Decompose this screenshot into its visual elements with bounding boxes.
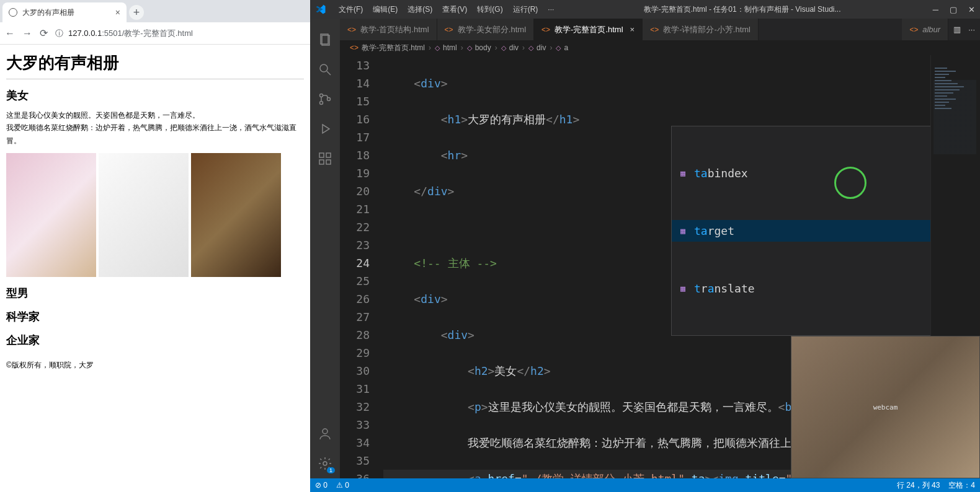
svg-point-13 [323, 462, 327, 465]
code-editor[interactable]: 1314151617181920212223242526272829303132… [340, 55, 980, 478]
editor-tab[interactable]: <>教学-美女部分.html [437, 19, 535, 40]
vscode-window: 文件(F) 编辑(E) 选择(S) 查看(V) 转到(G) 运行(R) ··· … [310, 0, 980, 492]
extensions-icon[interactable] [310, 144, 340, 174]
url-input[interactable]: ⓘ 127.0.0.1:5501/教学-完整首页.html [55, 28, 305, 39]
section-heading: 科学家 [6, 309, 304, 324]
globe-icon [9, 8, 17, 17]
svg-point-6 [327, 98, 331, 101]
image-row [6, 153, 304, 277]
titlebar: 文件(F) 编辑(E) 选择(S) 查看(V) 转到(G) 运行(R) ··· … [310, 0, 980, 19]
explorer-icon[interactable] [310, 25, 340, 55]
webcam-overlay: webcam [791, 336, 980, 478]
image-link[interactable] [99, 153, 189, 277]
svg-rect-11 [326, 153, 331, 157]
svg-rect-8 [319, 153, 324, 157]
image-link[interactable] [6, 153, 96, 277]
intellisense-popup[interactable]: ▦tabindex ▦target ▦translate [671, 126, 930, 336]
status-indent[interactable]: 空格：4 [948, 480, 975, 491]
menu-selection[interactable]: 选择(S) [404, 2, 436, 17]
intellisense-item[interactable]: ▦tabindex [672, 162, 930, 184]
info-icon: ⓘ [55, 28, 63, 39]
activity-bar: 1 [310, 19, 340, 478]
source-control-icon[interactable] [310, 84, 340, 114]
editor-tab[interactable]: <>教学-首页结构.html [340, 19, 437, 40]
svg-point-5 [320, 102, 323, 105]
close-icon[interactable]: × [630, 25, 635, 34]
status-bar: ⊘ 0 ⚠ 0 行 24，列 43 空格：4 [310, 478, 980, 492]
browser-window: 大罗的有声相册 × + ← → ⟳ ⓘ 127.0.0.1:5501/教学-完整… [0, 0, 310, 492]
window-title: 教学-完整首页.html - 任务01：制作有声相册 - Visual Stud… [560, 4, 924, 15]
section-heading: 美女 [6, 88, 304, 103]
svg-point-12 [323, 429, 327, 434]
search-icon[interactable] [310, 55, 340, 84]
breadcrumb[interactable]: <>教学-完整首页.html› ◇html› ◇body› ◇div› ◇div… [340, 40, 980, 55]
section-heading: 企业家 [6, 333, 304, 348]
menu-edit[interactable]: 编辑(E) [369, 2, 401, 17]
address-bar: ← → ⟳ ⓘ 127.0.0.1:5501/教学-完整首页.html [0, 22, 310, 45]
divider [6, 79, 304, 79]
menu-go[interactable]: 转到(G) [473, 2, 506, 17]
tab-title: 大罗的有声相册 [22, 7, 74, 18]
reload-icon[interactable]: ⟳ [40, 27, 48, 39]
page-viewport: 大罗的有声相册 美女 这里是我心仪美女的靓照。天姿国色都是天鹅，一言难尽。 我爱… [0, 45, 310, 492]
intellisense-item[interactable]: ▦translate [672, 278, 930, 299]
settings-icon[interactable]: 1 [310, 449, 340, 478]
editor-area: <>教学-首页结构.html <>教学-美女部分.html <>教学-完整首页.… [340, 19, 980, 478]
menu-run[interactable]: 运行(R) [509, 2, 542, 17]
svg-point-2 [320, 64, 327, 72]
copyright: ©版权所有，顺职院，大罗 [6, 359, 304, 371]
image-link[interactable] [191, 153, 281, 277]
forward-icon[interactable]: → [22, 28, 32, 39]
line-gutter: 1314151617181920212223242526272829303132… [340, 55, 383, 478]
paragraph: 我爱吃顺德名菜红烧醉鹅：边炉开着，热气腾腾，把顺德米酒往上一浇，酒气水气滋滋直冒… [6, 121, 304, 147]
paragraph: 这里是我心仪美女的靓照。天姿国色都是天鹅，一言难尽。 [6, 109, 304, 121]
maximize-icon[interactable]: ▢ [950, 5, 957, 14]
svg-line-3 [327, 71, 331, 75]
editor-tab[interactable]: <>教学-完整首页.html× [534, 19, 643, 40]
menu-more[interactable]: ··· [544, 2, 558, 16]
menu-file[interactable]: 文件(F) [335, 2, 367, 17]
section-heading: 型男 [6, 286, 304, 301]
browser-tab-strip: 大罗的有声相册 × + [0, 0, 310, 22]
close-icon[interactable]: × [115, 7, 120, 17]
status-warnings[interactable]: ⚠ 0 [336, 481, 349, 490]
status-cursor-pos[interactable]: 行 24，列 43 [897, 480, 940, 491]
menu-view[interactable]: 查看(V) [439, 2, 471, 17]
svg-marker-7 [323, 125, 329, 133]
page-title: 大罗的有声相册 [6, 52, 304, 74]
close-icon[interactable]: ✕ [968, 5, 975, 14]
browser-tab[interactable]: 大罗的有声相册 × [2, 2, 127, 22]
split-editor-icon[interactable]: ▥ [953, 25, 961, 34]
minimize-icon[interactable]: ─ [933, 5, 938, 14]
back-icon[interactable]: ← [5, 28, 15, 39]
editor-tabs: <>教学-首页结构.html <>教学-美女部分.html <>教学-完整首页.… [340, 19, 980, 40]
svg-point-4 [320, 94, 323, 97]
vscode-logo-icon [315, 4, 326, 15]
new-tab-button[interactable]: + [129, 5, 144, 20]
account-icon[interactable] [310, 419, 340, 449]
editor-tab[interactable]: <>教学-详情部分-小芳.html [643, 19, 759, 40]
status-errors[interactable]: ⊘ 0 [315, 481, 327, 490]
intellisense-item[interactable]: ▦target [672, 220, 930, 242]
svg-rect-10 [326, 160, 331, 164]
debug-icon[interactable] [310, 114, 340, 144]
more-icon[interactable]: ··· [968, 25, 975, 34]
editor-tab[interactable]: <>albur [902, 19, 948, 40]
svg-rect-9 [319, 160, 324, 164]
